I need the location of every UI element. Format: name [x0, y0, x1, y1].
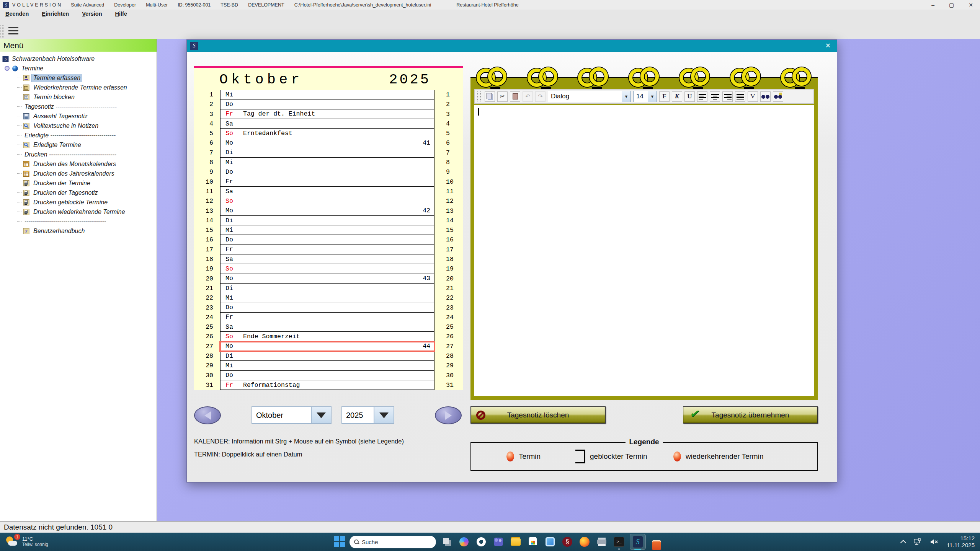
undo-icon[interactable]: ↶	[523, 91, 533, 102]
sidebar-item-drucken-des-monatskalenders[interactable]: Drucken des Monatskalenders	[17, 159, 157, 169]
taskbar-weather-widget[interactable]: 1 11°C Teilw. sonnig	[5, 535, 48, 549]
day-cell[interactable]: Mi	[220, 293, 434, 303]
taskbar-search[interactable]: Suche	[350, 536, 436, 548]
calendar-day-2[interactable]: 2Do2	[194, 99, 463, 109]
copy-icon[interactable]	[485, 91, 495, 102]
tree-expander-icon[interactable]	[5, 66, 10, 71]
day-cell[interactable]: Mo41	[220, 138, 434, 148]
day-cell[interactable]: Fr	[220, 313, 434, 322]
sidebar-item-termin-blocken[interactable]: Termin blocken	[17, 92, 157, 102]
calendar-day-29[interactable]: 29Mi29	[194, 361, 463, 370]
calendar-day-7[interactable]: 7Di7	[194, 148, 463, 158]
day-cell[interactable]: Mo43	[220, 274, 434, 284]
chevron-down-icon[interactable]	[374, 407, 394, 423]
day-cell[interactable]: Fr	[220, 245, 434, 254]
sidebar-item-benutzerhandbuch[interactable]: ?Benutzerhandbuch	[17, 226, 157, 236]
sidebar-item-drucken-der-tagesnotiz[interactable]: Drucken der Tagesnotiz	[17, 188, 157, 197]
calendar-day-4[interactable]: 4Sa4	[194, 119, 463, 129]
calendar-day-3[interactable]: 3FrTag der dt. Einheit3	[194, 109, 463, 119]
minimize-button[interactable]: –	[931, 2, 934, 8]
sidebar-item-wiederkehrende-termine-erfassen[interactable]: Wiederkehrende Termine erfassen	[17, 83, 157, 92]
day-cell[interactable]: Do	[220, 99, 434, 109]
day-cell[interactable]: So	[220, 196, 434, 206]
paste-icon[interactable]	[510, 91, 520, 102]
sidebar-item-volltextsuche-in-notizen[interactable]: Volltextsuche in Notizen	[17, 121, 157, 130]
day-cell[interactable]: FrReformationstag	[220, 380, 434, 390]
calendar-day-20[interactable]: 20Mo4320	[194, 274, 463, 284]
calendar-day-5[interactable]: 5SoErntedankfest5	[194, 129, 463, 138]
sidebar-item-erledigte-termine[interactable]: Erledigte Termine	[17, 140, 157, 150]
day-cell[interactable]: Di	[220, 148, 434, 158]
month-select[interactable]: Oktober	[252, 406, 332, 424]
maximize-button[interactable]: ▢	[949, 2, 954, 8]
sidebar-item-drucken-geblockte-termine[interactable]: Drucken geblockte Termine	[17, 197, 157, 207]
tree-root-schwarzenbach[interactable]: SSchwarzenbach Hotelsoftware	[2, 54, 157, 64]
search-binoculars-icon[interactable]	[760, 91, 771, 102]
calendar-day-31[interactable]: 31FrReformationstag31	[194, 380, 463, 390]
day-cell[interactable]: Mi	[220, 90, 434, 99]
chatgpt-icon[interactable]	[475, 535, 488, 548]
calendar-day-10[interactable]: 10Fr10	[194, 177, 463, 187]
chevron-down-icon[interactable]: ▼	[622, 91, 630, 102]
year-select[interactable]: 2025	[341, 406, 394, 424]
v-button[interactable]: V	[748, 91, 758, 102]
next-month-button[interactable]	[435, 406, 462, 424]
underline-button[interactable]: U	[684, 91, 695, 102]
start-button[interactable]	[334, 536, 345, 548]
calendar-day-27[interactable]: 27Mo4427	[194, 342, 463, 351]
font-family-select[interactable]: Dialog ▼	[548, 91, 631, 102]
menu-beenden[interactable]: Beenden	[5, 11, 29, 17]
redo-icon[interactable]: ↷	[535, 91, 546, 102]
align-right-button[interactable]	[722, 91, 733, 102]
menu-hilfe[interactable]: Hilfe	[115, 11, 127, 17]
day-cell[interactable]: Mo42	[220, 206, 434, 216]
calendar-day-19[interactable]: 19So19	[194, 264, 463, 274]
sidebar-item-auswahl-tagesnotiz[interactable]: Auswahl Tagesnotiz	[17, 111, 157, 121]
day-cell[interactable]: Di	[220, 216, 434, 225]
italic-button[interactable]: K	[672, 91, 682, 102]
day-cell[interactable]: FrTag der dt. Einheit	[220, 109, 434, 119]
tree-branch-termine[interactable]: Termine	[4, 64, 157, 73]
calendar-day-16[interactable]: 16Do16	[194, 235, 463, 245]
day-cell[interactable]: Di	[220, 351, 434, 361]
day-cell[interactable]: Do	[220, 235, 434, 245]
dialog-close-icon[interactable]: ✕	[825, 42, 831, 50]
calendar-day-15[interactable]: 15Mi15	[194, 225, 463, 235]
teams-icon[interactable]	[492, 535, 505, 548]
chevron-down-icon[interactable]: ▼	[648, 91, 657, 102]
calendar-day-14[interactable]: 14Di14	[194, 216, 463, 225]
calendar-day-26[interactable]: 26SoEnde Sommerzeit26	[194, 332, 463, 341]
day-cell[interactable]: Di	[220, 284, 434, 293]
day-cell[interactable]: Mi	[220, 158, 434, 167]
printer-tool-icon[interactable]	[595, 535, 608, 548]
photos-icon[interactable]	[544, 535, 557, 548]
tagesnotiz-textarea[interactable]	[474, 105, 814, 396]
microsoft-store-icon[interactable]	[526, 535, 539, 548]
bold-button[interactable]: F	[659, 91, 670, 102]
calendar-day-30[interactable]: 30Do30	[194, 371, 463, 380]
taskbar-clock[interactable]: 15:12 11.11.2025	[947, 535, 975, 549]
day-cell[interactable]: SoErntedankfest	[220, 129, 434, 138]
day-cell[interactable]: Sa	[220, 322, 434, 332]
calendar-day-22[interactable]: 22Mi22	[194, 293, 463, 303]
copilot-icon[interactable]	[457, 535, 470, 548]
day-cell[interactable]: Sa	[220, 187, 434, 196]
sidebar-item-drucken-der-termine[interactable]: Drucken der Termine	[17, 178, 157, 188]
menu-einrichten[interactable]: Einrichten	[42, 11, 69, 17]
calendar-day-9[interactable]: 9Do9	[194, 167, 463, 177]
align-left-button[interactable]	[697, 91, 707, 102]
vollversion-icon[interactable]	[630, 534, 646, 550]
search-replace-binoculars-icon[interactable]	[773, 91, 783, 102]
day-cell[interactable]: Do	[220, 303, 434, 313]
calendar-day-21[interactable]: 21Di21	[194, 284, 463, 293]
calendar-day-8[interactable]: 8Mi8	[194, 158, 463, 167]
day-cell[interactable]: Mi	[220, 225, 434, 235]
cut-icon[interactable]: ✂	[497, 91, 508, 102]
calendar-day-13[interactable]: 13Mo4213	[194, 206, 463, 216]
chevron-down-icon[interactable]	[311, 407, 331, 423]
hamburger-menu-icon[interactable]	[8, 27, 18, 34]
calendar-day-18[interactable]: 18Sa18	[194, 254, 463, 264]
sidebar-item-termine-erfassen[interactable]: Termine erfassen	[17, 73, 157, 83]
paragraph-app-icon[interactable]	[561, 535, 574, 548]
calendar-day-11[interactable]: 11Sa11	[194, 187, 463, 196]
